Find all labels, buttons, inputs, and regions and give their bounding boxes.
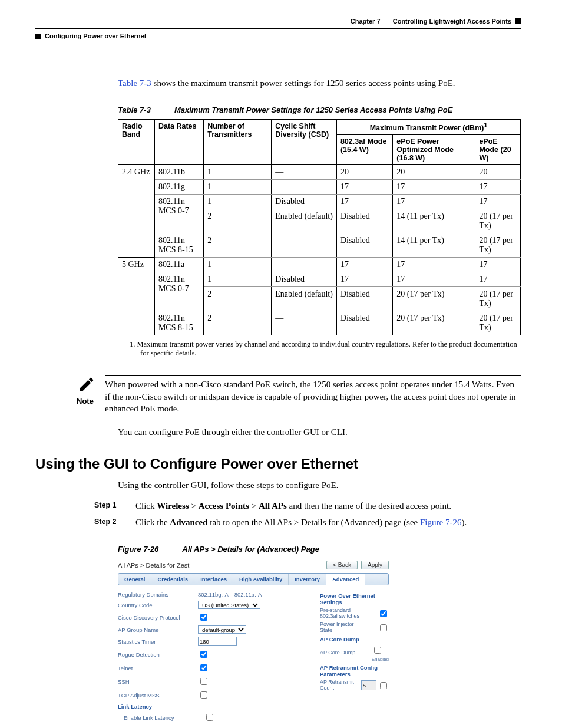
chapter-title: Controlling Lightweight Access Points xyxy=(393,18,511,25)
retransmit-checkbox[interactable] xyxy=(380,682,387,689)
regdom-value: 802.11bg:-A 802.11a:-A xyxy=(198,591,262,598)
core-dump-heading: AP Core Dump xyxy=(320,636,389,643)
tab-credentials[interactable]: Credentials xyxy=(151,574,194,585)
table-ref-link[interactable]: Table 7-3 xyxy=(118,78,151,88)
gui-breadcrumb: All APs > Details for Zest xyxy=(118,562,189,569)
core-dump-checkbox[interactable] xyxy=(374,647,381,654)
country-code-label: Country Code xyxy=(118,602,194,608)
rogue-checkbox[interactable] xyxy=(200,651,207,658)
th-epoe-opt: ePoE Power Optimized Mode (16.8 W) xyxy=(393,135,475,165)
header-square-icon xyxy=(515,18,521,24)
th-max-power: Maximum Transmit Power (dBm)1 xyxy=(336,120,520,135)
step-1: Step 1 Click Wireless > Access Points > … xyxy=(94,500,521,512)
th-data-rates: Data Rates xyxy=(154,120,203,165)
link-latency-heading: Link Latency xyxy=(118,703,309,710)
section-intro: Using the controller GUI, follow these s… xyxy=(118,479,521,491)
header-square-icon xyxy=(35,34,41,39)
ap-group-select[interactable]: default-group xyxy=(198,625,246,634)
th-8023af: 802.3af Mode (15.4 W) xyxy=(336,135,392,165)
prestd-label: Pre-standard 802.3af switches xyxy=(320,608,361,620)
section-breadcrumb: Configuring Power over Ethernet xyxy=(45,32,146,39)
th-epoe-mode: ePoE Mode (20 W) xyxy=(475,135,521,165)
injector-checkbox[interactable] xyxy=(380,624,387,631)
gui-screenshot: All APs > Details for Zest < Back Apply … xyxy=(118,561,389,726)
link-latency-label: Enable Link Latency xyxy=(118,714,200,721)
cdp-checkbox[interactable] xyxy=(200,614,207,621)
note-text: When powered with a non-Cisco standard P… xyxy=(105,378,521,414)
stats-timer-input[interactable] xyxy=(198,637,237,646)
note-label: Note xyxy=(77,396,97,406)
tab-inventory[interactable]: Inventory xyxy=(289,574,326,585)
retransmit-count-input[interactable] xyxy=(361,680,376,690)
poe-settings-heading: Power Over Ethernet Settings xyxy=(320,592,389,605)
link-latency-checkbox[interactable] xyxy=(206,714,213,721)
prestd-checkbox[interactable] xyxy=(380,610,387,617)
tab-high-availability[interactable]: High Availability xyxy=(233,574,289,585)
table-row: 802.11n MCS 0-71Disabled171717 xyxy=(118,195,521,209)
ap-group-label: AP Group Name xyxy=(118,627,194,633)
core-dump-label: AP Core Dump xyxy=(320,650,361,656)
th-csd: Cyclic Shift Diversity (CSD) xyxy=(272,120,337,165)
table-row: 802.11n MCS 0-71Disabled171717 xyxy=(118,272,521,287)
table-row: 802.11n MCS 8-152—Disabled14 (11 per Tx)… xyxy=(118,233,521,258)
tab-advanced[interactable]: Advanced xyxy=(326,574,365,585)
step-2: Step 2 Click the Advanced tab to open th… xyxy=(94,516,521,528)
tab-interfaces[interactable]: Interfaces xyxy=(194,574,233,585)
cdp-label: Cisco Discovery Protocol xyxy=(118,614,194,621)
table-row: 5 GHz 802.11a1—171717 xyxy=(118,258,521,272)
th-radio-band: Radio Band xyxy=(118,120,155,165)
ssh-checkbox[interactable] xyxy=(200,678,207,685)
figure-caption: Figure 7-26All APs > Details for (Advanc… xyxy=(118,545,521,554)
after-note-text: You can configure PoE through either the… xyxy=(118,426,521,438)
telnet-label: Telnet xyxy=(118,665,194,671)
table-footnote: 1. Maximum transmit power varies by chan… xyxy=(130,340,521,358)
power-table: Radio Band Data Rates Number of Transmit… xyxy=(118,119,521,335)
telnet-checkbox[interactable] xyxy=(200,664,207,671)
regdom-label: Regulatory Domains xyxy=(118,591,194,598)
th-num-tx: Number of Transmitters xyxy=(204,120,272,165)
table-row: 802.11n MCS 8-152—Disabled20 (17 per Tx)… xyxy=(118,311,521,335)
injector-label: Power Injector State xyxy=(320,622,361,634)
tab-general[interactable]: General xyxy=(118,574,151,585)
apply-button[interactable]: Apply xyxy=(361,561,389,569)
table-row: 2.4 GHz 802.11b1—202020 xyxy=(118,165,521,180)
country-code-select[interactable]: US (United States) xyxy=(198,601,260,609)
back-button[interactable]: < Back xyxy=(326,561,358,569)
chapter-label: Chapter 7 xyxy=(351,18,381,25)
ssh-label: SSH xyxy=(118,678,194,685)
table-caption: Table 7-3Maximum Transmit Power Settings… xyxy=(118,106,521,114)
rogue-label: Rogue Detection xyxy=(118,651,194,658)
mss-checkbox[interactable] xyxy=(200,691,207,699)
table-row: 802.11g1—171717 xyxy=(118,180,521,195)
gui-tabs: General Credentials Interfaces High Avai… xyxy=(118,573,389,585)
intro-paragraph: Table 7-3 shows the maximum transmit pow… xyxy=(118,77,521,89)
section-heading: Using the GUI to Configure Power over Et… xyxy=(35,456,521,472)
stats-timer-label: Statistics Timer xyxy=(118,638,194,645)
figure-ref-link[interactable]: Figure 7-26 xyxy=(420,518,461,527)
retransmit-heading: AP Retransmit Config Parameters xyxy=(320,664,389,677)
note-pencil-icon xyxy=(77,375,97,396)
retransmit-label: AP Retransmit Count xyxy=(320,680,361,691)
mss-label: TCP Adjust MSS xyxy=(118,692,194,699)
